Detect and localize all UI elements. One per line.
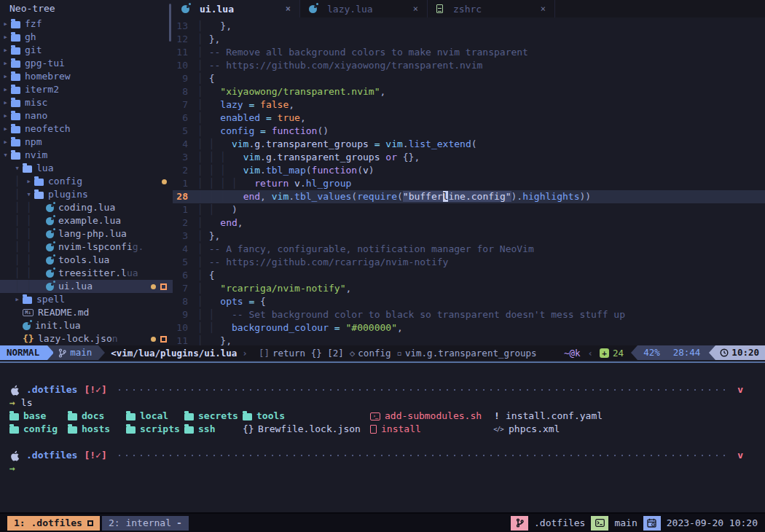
- code-line[interactable]: 2│ │ │ vim.tbl_map(function(v): [173, 164, 765, 177]
- code-line[interactable]: 1│ │ ): [173, 203, 765, 216]
- chevron-right-icon[interactable]: ▸: [0, 44, 11, 57]
- code-line[interactable]: 28│ │ │ end, vim.tbl_values(require("buf…: [173, 190, 765, 203]
- lua-file-icon: [309, 5, 317, 13]
- tree-item-homebrew[interactable]: ▸homebrew: [0, 70, 173, 83]
- chevron-right-icon[interactable]: ▸: [0, 70, 11, 83]
- shell-pane[interactable]: .dotfiles[!✓]v→lsbasedocslocalsecretstoo…: [0, 364, 765, 512]
- code-line[interactable]: 2│ end,: [173, 216, 765, 230]
- tree-item-fzf[interactable]: ▸fzf: [0, 17, 173, 31]
- code-line[interactable]: 7│ "rcarriga/nvim-notify",: [173, 282, 765, 295]
- code-line[interactable]: 11│ },: [173, 335, 765, 345]
- tmux-window-1-dotfiles[interactable]: 1: .dotfiles: [7, 516, 100, 531]
- line-number: 10: [173, 321, 197, 335]
- code-token: vim: [232, 138, 248, 149]
- tree-item-nvim[interactable]: ▾nvim: [0, 149, 173, 162]
- code-line[interactable]: 6│ {: [173, 269, 765, 282]
- code-line[interactable]: 1│ │ │ │ return v.hl_group: [173, 177, 765, 190]
- tab-ui-lua[interactable]: ui.lua×: [173, 0, 300, 17]
- tree-item-example-lua[interactable]: ││example.lua: [0, 214, 173, 227]
- tmux-window-2-internal[interactable]: 2: internal-: [102, 516, 189, 531]
- tree-item-treesitter-l[interactable]: ││treesitter.lua: [0, 267, 173, 280]
- tab-lazy-lua[interactable]: lazy.lua×: [300, 0, 428, 17]
- tree-item-nano[interactable]: ▸nano: [0, 109, 173, 122]
- code-line[interactable]: 6│ enabled = true,: [173, 112, 765, 125]
- line-number: 12: [173, 33, 197, 46]
- indent-guide: │: [23, 254, 35, 267]
- code-token: -- https://github.com/xiyaowong/transpar…: [209, 60, 483, 71]
- chevron-right-icon[interactable]: ▸: [0, 122, 11, 136]
- code-line[interactable]: 11│ -- Remove all background colors to m…: [173, 46, 765, 59]
- code-line[interactable]: 10│ │ background_colour = "#000000",: [173, 321, 765, 335]
- tree-item-label: README.md: [38, 306, 89, 319]
- tree-item-plugins[interactable]: │▾plugins: [0, 188, 173, 201]
- code-line[interactable]: 10│ -- https://github.com/xiyaowong/tran…: [173, 59, 765, 72]
- code-line[interactable]: 5│ config = function(): [173, 125, 765, 138]
- close-icon[interactable]: ×: [541, 4, 546, 14]
- tab-zshrc[interactable]: zshrc×: [428, 0, 555, 17]
- code-token: config: [220, 125, 254, 136]
- chevron-down-icon[interactable]: ▾: [0, 149, 11, 162]
- code-token: ).: [511, 191, 523, 202]
- tree-item-nvim-lspconfi[interactable]: ││nvim-lspconfig.: [0, 240, 173, 254]
- chevron-right-icon[interactable]: ▸: [0, 109, 11, 122]
- code-text: │ },: [197, 33, 220, 46]
- apple-icon: [9, 385, 20, 396]
- chevron-right-icon[interactable]: ▸: [0, 96, 11, 109]
- close-icon[interactable]: ×: [286, 4, 291, 14]
- code-token: │ │ │: [197, 191, 243, 202]
- close-icon[interactable]: ×: [413, 4, 418, 14]
- tree-item-config[interactable]: │▸config: [0, 175, 173, 188]
- code-line[interactable]: 8│ opts = {: [173, 295, 765, 308]
- chevron-right-icon[interactable]: ▸: [0, 57, 11, 70]
- tree-item-git[interactable]: ▸git: [0, 44, 173, 57]
- tree-item-lazy-lock-jso[interactable]: {}lazy-lock.json: [0, 332, 173, 345]
- chevron-right-icon[interactable]: ▸: [0, 83, 11, 96]
- tree-item-gh[interactable]: ▸gh: [0, 31, 173, 44]
- tree-item-gpg-tui[interactable]: ▸gpg-tui: [0, 57, 173, 70]
- code-line[interactable]: 13│ },: [173, 20, 765, 33]
- tree-item-spell[interactable]: ▸spell: [0, 293, 173, 306]
- code-line[interactable]: 4│ -- A fancy, configurable, notificatio…: [173, 243, 765, 256]
- code-line[interactable]: 4│ │ vim.g.transparent_groups = vim.list…: [173, 138, 765, 151]
- chevron-right-icon[interactable]: ▸: [0, 31, 11, 44]
- code-line[interactable]: 3│ },: [173, 230, 765, 243]
- tree-item-npm[interactable]: ▸npm: [0, 136, 173, 149]
- tree-item-misc[interactable]: ▸misc: [0, 96, 173, 109]
- code-line[interactable]: 9│ │ -- Set background color to black so…: [173, 308, 765, 321]
- code-area[interactable]: 13│ },12│ },11│ -- Remove all background…: [173, 17, 765, 345]
- tree-item-lang-php-lua[interactable]: ││lang-php.lua: [0, 227, 173, 240]
- code-line[interactable]: 7│ lazy = false,: [173, 98, 765, 112]
- code-line[interactable]: 5│ -- https://github.com/rcarriga/nvim-n…: [173, 256, 765, 269]
- tree-item-readme-md[interactable]: M↓README.md: [0, 306, 173, 319]
- tree-item-coding-lua[interactable]: ││coding.lua: [0, 201, 173, 214]
- code-token: tbl_map: [266, 165, 306, 176]
- chevron-down-icon[interactable]: ▾: [23, 188, 34, 201]
- lua-file-icon: [46, 257, 54, 265]
- tree-item-ui-lua[interactable]: ││ui.lua: [0, 280, 173, 293]
- code-token: highlights: [522, 191, 579, 202]
- code-token: │: [197, 257, 209, 267]
- code-line[interactable]: 8│ "xiyaowong/transparent.nvim",: [173, 85, 765, 98]
- chevron-right-icon[interactable]: ▸: [0, 136, 11, 149]
- neotree-scrollbar[interactable]: [169, 4, 171, 42]
- chevron-right-icon[interactable]: ▸: [12, 293, 23, 306]
- tree-item-iterm2[interactable]: ▸iterm2: [0, 83, 173, 96]
- chevron-down-icon[interactable]: ▾: [12, 162, 23, 175]
- neotree-file-list: ▸fzf▸gh▸git▸gpg-tui▸homebrew▸iterm2▸misc…: [0, 17, 173, 345]
- prompt-repo-name: .dotfiles: [26, 449, 77, 462]
- chevron-right-icon[interactable]: ▸: [0, 17, 11, 31]
- code-line[interactable]: 3│ │ │ vim.g.transparent_groups or {},: [173, 151, 765, 164]
- ls-entry-label: tools: [256, 410, 285, 423]
- tree-item-tools-lua[interactable]: ││tools.lua: [0, 254, 173, 267]
- tree-item-lua[interactable]: ▾lua: [0, 162, 173, 175]
- tree-item-init-lua[interactable]: init.lua: [0, 319, 173, 332]
- code-line[interactable]: 9│ {: [173, 72, 765, 85]
- tree-item-label: ui.lua: [58, 280, 93, 293]
- code-token: vim: [272, 191, 289, 202]
- chevron-right-icon[interactable]: ▸: [23, 175, 34, 188]
- tree-item-neofetch[interactable]: ▸neofetch: [0, 122, 173, 136]
- excl-icon: !: [493, 410, 501, 423]
- code-line[interactable]: 12│ },: [173, 33, 765, 46]
- shell-prompt-cursor-line[interactable]: →: [0, 462, 765, 475]
- ls-entry-install-conf-yaml: !install.conf.yaml: [493, 410, 603, 423]
